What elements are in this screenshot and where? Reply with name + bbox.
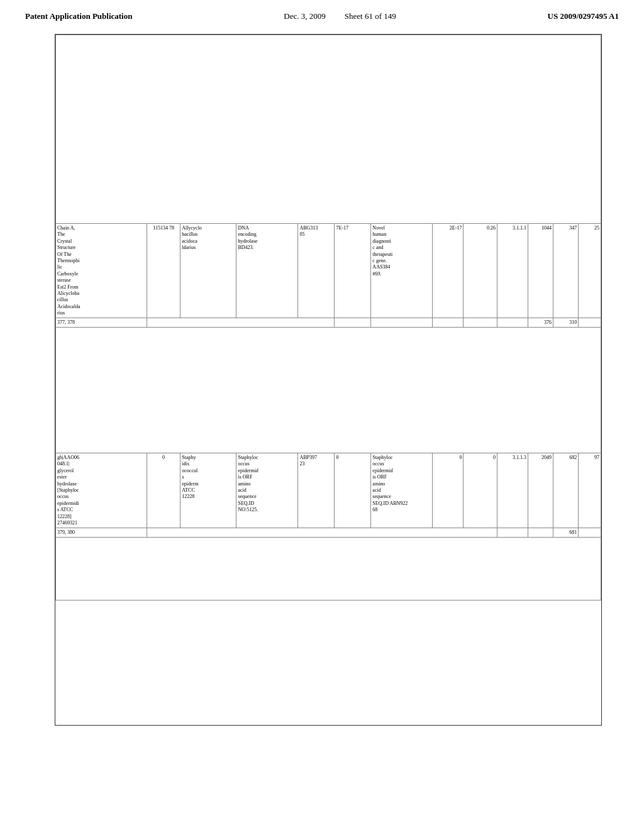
cell-acc-2: ABP39723 <box>298 453 335 528</box>
data-table: Chain A,TheCrystalStructureOf TheThermop… <box>55 35 601 600</box>
publication-label: Patent Application Publication <box>25 11 132 21</box>
publication-date: Dec. 3, 2009 <box>284 11 325 21</box>
cell-sm-1: 347 <box>553 224 579 318</box>
table-row-2: gb|AAO06048.1|glycerolesterhydrolase[Sta… <box>56 453 601 528</box>
table-row: Chain A,TheCrystalStructureOf TheThermop… <box>56 224 601 318</box>
cell-25-2: 97 <box>579 453 601 528</box>
header-center: Dec. 3, 2009 Sheet 61 of 149 <box>284 11 396 21</box>
cell-func-1: DNAencodinghydrolaseBD423. <box>236 224 298 318</box>
cell-ident-1: 7E-17 <box>335 224 371 318</box>
row-num-label-1: 377, 378 <box>56 318 147 328</box>
cell-org-1: Allycyclobacillusacidocaldarius <box>180 224 236 318</box>
sheet-info: Sheet 61 of 149 <box>345 11 396 21</box>
cell-pid-2: 2049 <box>528 453 553 528</box>
cell-ident-2: 0 <box>335 453 371 528</box>
cell-acc-1: ABG31305 <box>298 224 335 318</box>
data-table-wrapper: Chain A,TheCrystalStructureOf TheThermop… <box>55 34 602 726</box>
cell-len-1: 2E-17 <box>433 224 464 318</box>
cell-aln-1: 0.26 <box>464 224 497 318</box>
cell-25-1: 25 <box>579 224 601 318</box>
spacer-row-3 <box>56 537 601 600</box>
cell-e-1: 115134 78 <box>147 224 180 318</box>
patent-number: US 2009/0297495 A1 <box>548 11 619 21</box>
row-nums-1: 377, 378 376 310 <box>56 318 601 328</box>
cell-aln-2: 0 <box>464 453 497 528</box>
main-content: Chain A,TheCrystalStructureOf TheThermop… <box>0 28 644 751</box>
cell-org-2: StaphyidisococculsepidermATCC12228 <box>180 453 236 528</box>
cell-ec2-2: 3.1.1.3 <box>497 453 528 528</box>
cell-ec-2: Staphylococcusepidermidis ORFaminoacidse… <box>371 453 433 528</box>
row-num-label-2: 379, 380 <box>56 528 147 538</box>
page-header: Patent Application Publication Dec. 3, 2… <box>0 0 644 28</box>
cell-e-2: 0 <box>147 453 180 528</box>
cell-description-2: gb|AAO06048.1|glycerolesterhydrolase[Sta… <box>56 453 147 528</box>
cell-sm-2: 682 <box>553 453 579 528</box>
row-nums-2: 379, 380 681 <box>56 528 601 538</box>
cell-ec2-1: 3.1.1.1 <box>497 224 528 318</box>
spacer-row-1 <box>56 35 601 224</box>
cell-description-1: Chain A,TheCrystalStructureOf TheThermop… <box>56 224 147 318</box>
cell-func-2: Staphylococcusepidermidis ORFaminoacidse… <box>236 453 298 528</box>
cell-pid-1: 1044 <box>528 224 553 318</box>
spacer-row-2 <box>56 328 601 453</box>
cell-len-2: 0 <box>433 453 464 528</box>
cell-ec-1: Novelhumandiagnostic andtherapeutic gene… <box>371 224 433 318</box>
